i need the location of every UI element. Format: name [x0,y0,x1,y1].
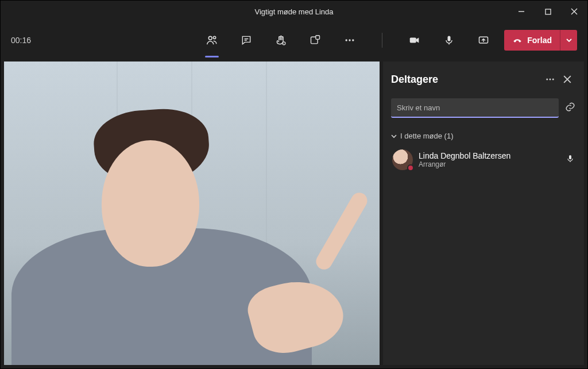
svg-rect-5 [316,36,320,40]
avatar [392,149,413,170]
section-label: I dette møde (1) [400,132,453,140]
svg-point-8 [352,39,354,41]
panel-title: Deltagere [391,74,541,86]
panel-more-button[interactable] [541,71,559,88]
raise-hand-icon [275,34,287,46]
call-timer: 00:16 [11,36,68,45]
meeting-window: Vigtigt møde med Linda 00:16 [0,0,588,369]
maximize-icon [545,9,551,15]
share-button[interactable] [472,29,495,52]
svg-point-6 [346,39,347,41]
participant-info: Linda Degnbol Baltzersen Arrangør [419,151,560,168]
svg-point-2 [214,36,216,39]
svg-point-13 [550,79,551,80]
participant-video [4,62,380,365]
video-stage [4,62,380,365]
leave-split-button: Forlad [504,30,577,51]
minimize-button[interactable] [508,1,535,22]
more-icon [344,34,355,46]
svg-point-12 [546,79,548,80]
link-icon [564,101,576,113]
svg-point-7 [349,39,351,41]
toolbar-divider [382,33,382,48]
hangup-icon [512,35,523,45]
close-icon [571,8,578,15]
svg-rect-10 [448,36,451,41]
presence-busy-icon [407,164,414,171]
window-title: Vigtigt møde med Linda [254,7,333,16]
caret-down-icon [391,133,397,139]
more-button[interactable] [338,29,361,52]
chat-icon [241,34,252,46]
minimize-icon [518,8,525,15]
microphone-icon [443,34,455,46]
svg-rect-0 [546,9,551,14]
svg-rect-9 [410,37,416,43]
window-controls [508,1,587,22]
close-button[interactable] [561,1,587,22]
camera-button[interactable] [403,29,426,52]
mic-button[interactable] [438,29,461,52]
svg-point-14 [552,79,554,80]
people-icon [206,34,218,47]
leave-label: Forlad [527,36,552,45]
microphone-icon [566,154,575,163]
participants-panel: Deltagere I dette møde (1) [383,62,584,365]
camera-icon [408,34,421,47]
content-row: Deltagere I dette møde (1) [1,58,587,368]
search-row [391,98,576,118]
leave-dropdown[interactable] [560,30,577,51]
svg-point-3 [283,42,285,45]
participants-button[interactable] [200,29,223,52]
panel-close-button[interactable] [559,71,576,88]
reactions-button[interactable] [269,29,292,52]
participant-mic-button[interactable] [566,154,575,166]
svg-rect-15 [569,155,571,159]
close-icon [563,75,571,83]
titlebar: Vigtigt møde med Linda [1,1,587,22]
share-screen-icon [478,34,489,46]
chevron-down-icon [566,37,572,44]
panel-header: Deltagere [391,71,576,88]
rooms-button[interactable] [304,29,327,52]
meeting-toolbar: 00:16 [1,22,587,58]
leave-button[interactable]: Forlad [504,30,560,51]
maximize-button[interactable] [535,1,561,22]
participant-row[interactable]: Linda Degnbol Baltzersen Arrangør [391,146,576,174]
participant-role: Arrangør [419,160,560,168]
more-icon [545,74,555,84]
participant-name: Linda Degnbol Baltzersen [419,151,560,160]
breakout-rooms-icon [310,34,321,46]
participant-search-input[interactable] [391,98,559,118]
toolbar-buttons [200,29,495,52]
section-in-meeting[interactable]: I dette møde (1) [391,132,576,140]
chat-button[interactable] [235,29,258,52]
svg-point-1 [209,36,212,40]
share-link-button[interactable] [564,101,576,115]
